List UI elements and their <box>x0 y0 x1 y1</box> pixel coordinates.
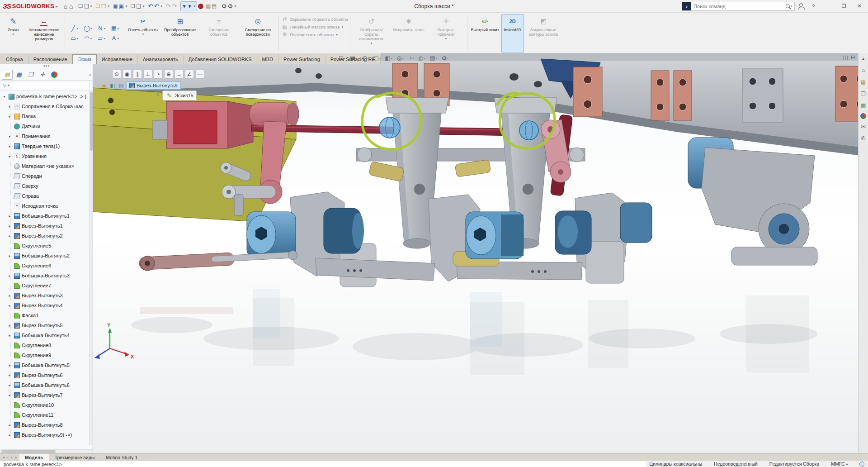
split-vertical-icon[interactable]: ⊟ <box>851 54 855 61</box>
expander-arrow[interactable] <box>2 95 7 99</box>
expander-arrow[interactable] <box>7 214 12 218</box>
model-blue-cylinder[interactable] <box>555 211 591 254</box>
tree-item[interactable]: Скругление7 <box>0 281 93 291</box>
model-blue-cylinder[interactable] <box>620 203 652 243</box>
search-icon[interactable] <box>786 4 790 8</box>
commandmanager-tab[interactable]: MBD <box>257 55 278 64</box>
dropdown-caret-icon[interactable]: ▾ <box>90 37 92 40</box>
scrollbar-thumb[interactable] <box>1 450 56 453</box>
expander-arrow[interactable] <box>7 105 12 109</box>
arc-tool-icon[interactable]: ◠ ▾ <box>81 33 94 43</box>
tree-item[interactable]: Вырез-Вытянуть7 <box>0 390 93 400</box>
expander-arrow[interactable] <box>7 334 12 338</box>
dropdown-caret-icon[interactable]: ▾ <box>194 5 196 8</box>
last-tab-icon[interactable]: » <box>14 455 18 460</box>
record-icon[interactable]: ▾ <box>198 4 203 9</box>
dropdown-caret-icon[interactable]: ▾ <box>367 57 368 60</box>
tree-item[interactable]: Скругление11 <box>0 410 93 420</box>
filter-caret-icon[interactable]: ▾ <box>8 84 9 87</box>
help-button[interactable]: ? <box>807 1 819 11</box>
ellipse-tool-icon[interactable]: ▱ ▾ <box>94 33 108 43</box>
tree-item[interactable]: Скругление8 <box>0 340 93 350</box>
feature-crumb-icon[interactable] <box>118 82 125 89</box>
tree-item[interactable]: Твердые тела(1) <box>0 141 93 151</box>
apply-scene-icon[interactable]: ▾ <box>428 54 438 62</box>
print-icon[interactable]: ▾ <box>129 1 146 11</box>
assembly-icon[interactable] <box>100 82 108 89</box>
expander-arrow[interactable] <box>7 433 12 437</box>
dropdown-caret-icon[interactable]: ▾ <box>143 5 145 8</box>
dropdown-caret-icon[interactable]: ▾ <box>104 27 105 30</box>
tree-item[interactable]: Уравнения <box>0 151 93 161</box>
angle-mate-icon[interactable] <box>185 70 194 79</box>
model-blue-hub[interactable] <box>247 212 296 257</box>
undo-icon[interactable]: ▾ <box>146 1 163 11</box>
tree-item[interactable]: Материал <не указан> <box>0 161 93 171</box>
open-document-icon[interactable]: ▾ <box>94 1 111 11</box>
tree-item[interactable]: Вырез-Вытянуть9( ->) <box>0 430 93 440</box>
expander-arrow[interactable] <box>7 254 12 258</box>
expander-arrow[interactable] <box>7 294 12 298</box>
tree-item[interactable]: Скругление5 <box>0 241 93 251</box>
model-mount-bracket-silver[interactable] <box>742 69 783 122</box>
circle-tool-icon[interactable]: ◯ ▾ <box>81 24 94 33</box>
commandmanager-tab[interactable]: Исправление <box>97 55 138 64</box>
tangent-mate-icon[interactable] <box>154 70 163 79</box>
tree-item[interactable]: Вырез-Вытянуть2 <box>0 231 93 241</box>
tree-vertical-scrollbar[interactable] <box>89 91 93 445</box>
close-button[interactable]: ✕ <box>854 1 865 11</box>
line-tool-icon[interactable]: ╱ ▾ <box>67 24 81 33</box>
featuremanager-tab[interactable] <box>2 70 13 80</box>
expander-arrow[interactable] <box>7 224 12 228</box>
expander-arrow[interactable] <box>7 393 12 397</box>
tree-root-item[interactable]: podveska-k-rame pered<1> -> ( <box>0 91 93 101</box>
tree-item[interactable]: Вырез-Вытянуть8 <box>0 420 93 430</box>
component-icon[interactable] <box>109 82 116 89</box>
displaymanager-tab[interactable] <box>49 70 60 80</box>
select-arrow-icon[interactable]: ▾ <box>180 1 198 11</box>
dropdown-caret-icon[interactable]: ▾ <box>104 37 105 40</box>
forum-icon[interactable] <box>859 134 868 143</box>
dropdown-caret-icon[interactable]: ▾ <box>142 33 144 36</box>
tree-item[interactable]: Примечания <box>0 131 93 141</box>
commandmanager-tab[interactable]: Эскиз <box>72 54 96 64</box>
tree-item[interactable]: Вырез-Вытянуть1 <box>0 221 93 231</box>
graphics-area[interactable]: Y X Z <box>0 53 868 453</box>
dropdown-caret-icon[interactable]: ▾ <box>108 5 109 8</box>
pattern-tool-icon[interactable]: ▦ ▾ <box>108 24 122 33</box>
search-input[interactable] <box>691 4 786 9</box>
previous-view-icon[interactable]: ▾ <box>360 54 370 62</box>
tree-item[interactable]: Вырез-Вытянуть3 <box>0 291 93 300</box>
dropdown-caret-icon[interactable]: ▾ <box>436 57 437 60</box>
propertymanager-tab[interactable] <box>14 70 24 80</box>
appearances-icon[interactable] <box>860 113 866 119</box>
expander-arrow[interactable] <box>7 363 12 367</box>
dropdown-caret-icon[interactable]: ▾ <box>447 57 448 60</box>
tree-item[interactable]: Справа <box>0 191 93 201</box>
instant2d-button[interactable]: 2D Instant2D <box>501 14 524 52</box>
sketch-entity-circle[interactable] <box>519 121 538 140</box>
rectangle-tool-icon[interactable]: ▭ ▾ <box>67 33 81 43</box>
dropdown-caret-icon[interactable]: ▾ <box>160 5 162 8</box>
commandmanager-tab[interactable]: Добавления SOLIDWORKS <box>184 55 257 64</box>
expander-arrow[interactable] <box>7 134 12 138</box>
dropdown-caret-icon[interactable]: ▾ <box>356 57 357 60</box>
commandmanager-tab[interactable]: Сборка <box>1 55 28 64</box>
tree-item[interactable]: Скругление10 <box>0 400 93 410</box>
display-style-icon[interactable]: ▾ <box>396 54 405 62</box>
expander-arrow[interactable] <box>7 114 12 119</box>
expander-arrow[interactable] <box>7 324 12 328</box>
expander-arrow[interactable] <box>7 144 12 148</box>
expander-arrow[interactable] <box>7 423 12 427</box>
tree-item[interactable]: Бобышка-Вытянуть4 <box>0 330 93 340</box>
commandmanager-tab[interactable]: Power Surfacing <box>278 55 326 64</box>
commandmanager-tab[interactable]: Анализировать <box>138 55 184 64</box>
section-view-icon[interactable]: ▾ <box>372 54 382 62</box>
more-mates-icon[interactable] <box>195 70 204 79</box>
dropdown-caret-icon[interactable]: ▾ <box>379 57 380 60</box>
text-tool-icon[interactable]: A ▾ <box>108 33 122 43</box>
dropdown-caret-icon[interactable]: ▾ <box>412 57 414 60</box>
model-mount-bracket-copper[interactable] <box>573 67 602 117</box>
distance-mate-icon[interactable] <box>175 70 184 79</box>
breadcrumb-sketch-chip[interactable]: Эскиз15 <box>162 91 197 100</box>
